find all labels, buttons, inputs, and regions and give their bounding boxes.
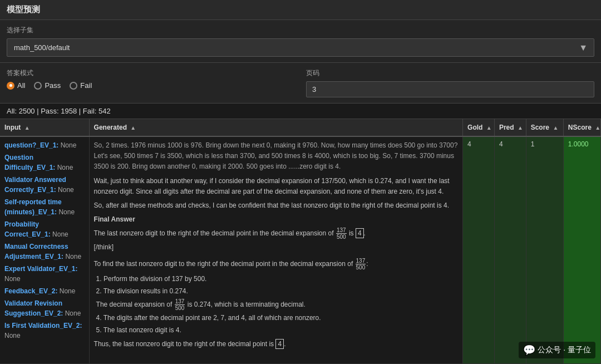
- page-title: 模型预测: [7, 4, 40, 14]
- input-field: Validator Answered Correctly_EV_1: None: [4, 175, 85, 195]
- radio-pass[interactable]: Pass: [34, 81, 61, 90]
- table-header-row: Input ▲ Generated ▲ Gold ▲ Pred ▲: [0, 119, 601, 136]
- input-field: Question Difficulty_EV_1: None: [4, 153, 85, 173]
- list-item-1: 1. Perform the division of 137 by 500.: [94, 274, 458, 284]
- input-value: None: [65, 253, 81, 260]
- nscore-cell: 1.0000: [563, 136, 600, 364]
- sort-arrow-score: ▲: [553, 125, 558, 131]
- radio-fail[interactable]: Fail: [70, 81, 92, 90]
- input-field: question?_EV_1: None: [4, 140, 85, 150]
- app-container: 模型预测 选择子集 math_500/default ▼ 答案模式 All Pa…: [0, 0, 601, 364]
- input-field: Expert Validator_EV_1: None: [4, 264, 85, 284]
- input-key: Feedback_EV_2:: [4, 287, 57, 295]
- input-key: Manual Correctness Adjustment_EV_1:: [4, 243, 68, 260]
- col-header-nscore[interactable]: NScore ▲: [563, 119, 600, 136]
- radio-group: All Pass Fail: [7, 81, 295, 90]
- input-key: Probability Correct_EV_1:: [4, 220, 51, 238]
- col-header-gold[interactable]: Gold ▲: [463, 119, 495, 136]
- radio-pass-label: Pass: [45, 81, 61, 90]
- radio-all-label: All: [17, 81, 25, 90]
- subset-label: 选择子集: [7, 26, 594, 35]
- input-key: Validator Revision Suggestion_EV_2:: [4, 299, 63, 317]
- input-key: Question Difficulty_EV_1:: [4, 154, 55, 171]
- list-item-4: 4. The digits after the decimal point ar…: [94, 313, 458, 323]
- sort-arrow-input: ▲: [24, 125, 30, 131]
- col-header-score[interactable]: Score ▲: [526, 119, 563, 136]
- answer-mode-block: 答案模式 All Pass Fail: [7, 68, 295, 97]
- sort-arrow-pred: ▲: [518, 125, 523, 131]
- watermark: 💬 公众号 · 量子位: [519, 342, 595, 358]
- score-cell: 1: [526, 136, 563, 364]
- table-container[interactable]: Input ▲ Generated ▲ Gold ▲ Pred ▲: [0, 119, 601, 364]
- input-field: Is First Validation_EV_2: None: [4, 321, 85, 341]
- radio-all[interactable]: All: [7, 81, 25, 90]
- input-value: None: [58, 186, 74, 194]
- input-value: None: [4, 275, 21, 283]
- input-field: Feedback_EV_2: None: [4, 286, 85, 296]
- final-answer-label: Final Answer: [94, 214, 458, 225]
- stats-text: All: 2500 | Pass: 1958 | Fail: 542: [7, 107, 111, 115]
- think-tag: [/think]: [94, 242, 458, 253]
- list-item-2: 2. The division results in 0.274.: [94, 286, 458, 297]
- sort-arrow-generated: ▲: [130, 125, 136, 131]
- input-field: Manual Correctness Adjustment_EV_1: None: [4, 242, 85, 262]
- col-header-input[interactable]: Input ▲: [0, 119, 89, 136]
- radio-pass-circle: [34, 82, 42, 90]
- watermark-text: 公众号 · 量子位: [538, 345, 591, 355]
- input-value: None: [4, 332, 21, 340]
- data-table: Input ▲ Generated ▲ Gold ▲ Pred ▲: [0, 119, 601, 364]
- input-value: None: [61, 141, 77, 149]
- list-item-5: 5. The last nonzero digit is 4.: [94, 325, 458, 336]
- input-field: Probability Correct_EV_1: None: [4, 219, 85, 239]
- input-key: question?_EV_1:: [4, 141, 58, 149]
- final-answer-text: The last nonzero digit to the right of t…: [94, 227, 458, 240]
- input-cell: question?_EV_1: NoneQuestion Difficulty_…: [0, 136, 89, 364]
- list-item-3: The decimal expansion of 137500 is 0.274…: [94, 298, 458, 311]
- page-block: 页码: [295, 68, 594, 97]
- col-header-generated[interactable]: Generated ▲: [89, 119, 462, 136]
- input-field: Validator Revision Suggestion_EV_2: None: [4, 298, 85, 318]
- stats-bar: All: 2500 | Pass: 1958 | Fail: 542: [0, 104, 601, 119]
- header: 模型预测: [0, 0, 601, 20]
- subset-section: 选择子集 math_500/default ▼: [0, 20, 601, 63]
- controls-section: 答案模式 All Pass Fail 页码: [0, 63, 601, 104]
- input-value: None: [52, 230, 68, 238]
- table-body: question?_EV_1: NoneQuestion Difficulty_…: [0, 136, 601, 364]
- answer-mode-label: 答案模式: [7, 68, 295, 78]
- input-value: None: [58, 208, 75, 216]
- generated-text-3: So, after all these methods and checks, …: [94, 200, 458, 211]
- input-field: Self-reported time (minutes)_EV_1: None: [4, 197, 85, 217]
- table-row: question?_EV_1: NoneQuestion Difficulty_…: [0, 136, 601, 364]
- input-value: None: [60, 287, 76, 295]
- generated-cell: So, 2 times. 1976 minus 1000 is 976. Bri…: [89, 136, 462, 364]
- page-label: 页码: [306, 68, 594, 78]
- input-key: Self-reported time (minutes)_EV_1:: [4, 198, 62, 216]
- input-value: None: [57, 164, 73, 171]
- thus-text: Thus, the last nonzero digit to the righ…: [94, 339, 458, 350]
- input-value: None: [65, 309, 81, 317]
- generated-text-2: Wait, just to think about it another way…: [94, 176, 458, 197]
- col-header-pred[interactable]: Pred ▲: [494, 119, 526, 136]
- page-input[interactable]: [306, 81, 594, 97]
- wechat-icon: 💬: [523, 344, 535, 356]
- pred-cell: 4: [494, 136, 526, 364]
- input-key: Expert Validator_EV_1:: [4, 265, 77, 273]
- generated-text-5: To find the last nonzero digit to the ri…: [94, 258, 458, 270]
- radio-fail-circle: [70, 82, 77, 90]
- sort-arrow-gold: ▲: [486, 125, 492, 131]
- subset-select[interactable]: math_500/default: [7, 38, 594, 57]
- radio-fail-label: Fail: [80, 81, 92, 90]
- generated-text-1: So, 2 times. 1976 minus 1000 is 976. Bri…: [94, 140, 458, 173]
- input-key: Validator Answered Correctly_EV_1:: [4, 176, 66, 194]
- gold-cell: 4: [463, 136, 495, 364]
- radio-all-circle: [7, 82, 14, 90]
- sort-arrow-nscore: ▲: [595, 125, 600, 131]
- input-key: Is First Validation_EV_2:: [4, 322, 82, 329]
- subset-select-wrapper: math_500/default ▼: [7, 38, 594, 57]
